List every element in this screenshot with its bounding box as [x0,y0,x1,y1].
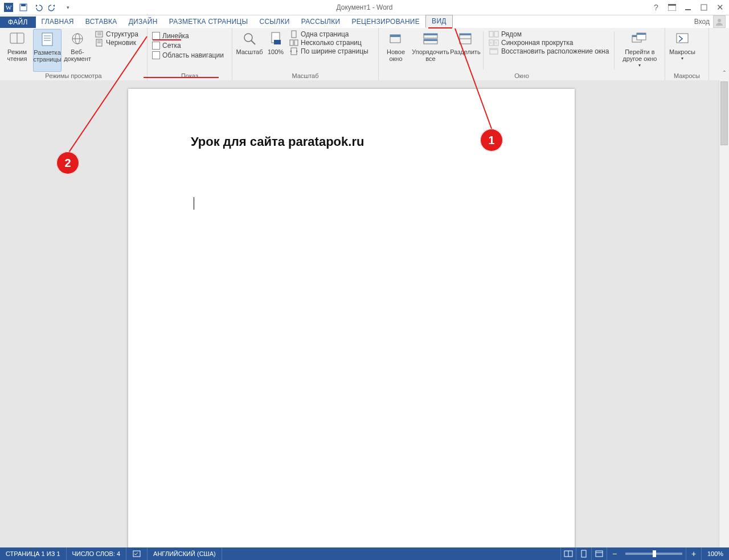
document-area: Урок для сайта paratapok.ru 1 2 [0,80,729,547]
checkbox-icon [152,51,160,59]
view-read-icon[interactable] [560,547,576,560]
print-layout-button[interactable]: Разметка страницы [33,29,62,72]
checkbox-icon [152,42,160,50]
proofing-icon [132,550,141,558]
multi-page-button[interactable]: Несколько страниц [288,39,370,47]
annotation-underline-group [144,77,219,78]
group-show-label: Показ [151,72,228,80]
group-zoom-label: Масштаб [236,72,375,80]
group-window: Новое окно Упорядочить все Разделить Ряд… [379,28,665,80]
zoom-button[interactable]: Масштаб [236,29,263,72]
status-proofing[interactable] [126,547,148,560]
qat-dropdown-icon[interactable]: ▾ [62,1,74,14]
tab-layout[interactable]: РАЗМЕТКА СТРАНИЦЫ [163,16,254,28]
avatar-icon [713,15,726,28]
view-web-icon[interactable] [591,547,607,560]
zoom-slider[interactable] [625,553,682,555]
vertical-scrollbar[interactable] [719,80,729,547]
group-views: Режим чтения Разметка страницы Веб-докум… [0,28,148,80]
page[interactable]: Урок для сайта paratapok.ru [128,89,575,560]
minimize-icon[interactable] [682,2,694,13]
close-icon[interactable]: ✕ [714,2,726,13]
title-bar: W ▾ Документ1 - Word ? ✕ [0,0,729,15]
status-words[interactable]: ЧИСЛО СЛОВ: 4 [67,547,127,560]
page-100-icon [267,30,284,47]
undo-icon[interactable] [32,1,44,14]
status-language[interactable]: АНГЛИЙСКИЙ (США) [148,547,222,560]
ribbon-display-icon[interactable] [666,2,678,13]
svg-rect-29 [290,40,293,46]
web-layout-button[interactable]: Веб-документ [64,29,91,72]
svg-line-25 [251,40,255,44]
one-page-button[interactable]: Одна страница [288,30,370,38]
collapse-ribbon-icon[interactable]: ˆ [723,70,726,78]
redo-icon[interactable] [47,1,59,14]
svg-rect-39 [460,34,471,35]
page-width-button[interactable]: По ширине страницы [288,47,370,55]
tab-insert[interactable]: ВСТАВКА [80,16,123,28]
tab-mailings[interactable]: РАССЫЛКИ [296,16,346,28]
text-caret [194,197,194,210]
annotation-underline-tab [428,27,452,28]
svg-rect-42 [494,31,498,37]
svg-rect-6 [685,9,691,10]
svg-rect-55 [581,550,586,557]
side-by-side-button: Рядом [488,30,610,38]
window-side-options: Рядом Синхронная прокрутка Восстановить … [488,29,610,72]
svg-rect-35 [424,34,437,35]
word-icon: W [2,1,15,14]
sync-scroll-button: Синхронная прокрутка [488,39,610,47]
draft-button[interactable]: Черновик [93,39,140,47]
group-show: Линейка Сетка Область навигации Показ [148,28,232,80]
svg-point-8 [718,19,721,22]
chevron-down-icon: ▾ [681,56,683,62]
zoom-slider-knob[interactable] [653,550,656,557]
read-mode-button[interactable]: Режим чтения [3,29,31,72]
view-print-icon[interactable] [576,547,591,560]
switch-window-button[interactable]: Перейти в другое окно ▾ [619,29,661,72]
zoom-out-button[interactable]: − [607,547,622,560]
login-label: Вход [694,18,710,26]
views-extra: Структура Черновик [93,29,140,72]
read-mode-icon [9,30,26,47]
svg-rect-3 [21,4,26,6]
zoom-in-button[interactable]: + [686,547,701,560]
tab-references[interactable]: ССЫЛКИ [253,16,295,28]
svg-text:W: W [6,4,12,11]
zoom-level[interactable]: 100% [701,547,729,560]
svg-rect-30 [294,40,298,46]
tab-view[interactable]: ВИД [425,15,453,28]
maximize-icon[interactable] [698,2,710,13]
ribbon-tabs: ФАЙЛ ГЛАВНАЯ ВСТАВКА ДИЗАЙН РАЗМЕТКА СТР… [0,15,729,28]
tab-home[interactable]: ГЛАВНАЯ [36,16,80,28]
account-area[interactable]: Вход [694,15,729,28]
macros-button[interactable]: Макросы ▾ [669,29,696,72]
annotation-callout-1: 1 [480,129,503,152]
outline-button[interactable]: Структура [93,30,140,38]
status-page[interactable]: СТРАНИЦА 1 ИЗ 1 [0,547,67,560]
print-layout-icon [39,31,56,48]
chevron-down-icon: ▾ [638,63,641,68]
help-icon[interactable]: ? [650,2,662,13]
new-window-button[interactable]: Новое окно [382,29,409,72]
navpane-checkbox[interactable]: Область навигации [151,51,225,60]
tab-file[interactable]: ФАЙЛ [0,17,36,28]
tab-review[interactable]: РЕЦЕНЗИРОВАНИЕ [346,16,425,28]
svg-rect-33 [390,35,400,37]
scrollbar-thumb[interactable] [720,81,728,145]
tab-design[interactable]: ДИЗАЙН [123,16,163,28]
svg-rect-7 [701,5,707,10]
split-button[interactable]: Разделить [452,29,479,72]
new-window-icon [387,30,404,47]
grid-checkbox[interactable]: Сетка [151,41,225,50]
svg-rect-51 [677,34,688,43]
svg-point-24 [244,34,252,42]
svg-rect-46 [490,48,498,50]
arrange-all-button[interactable]: Упорядочить все [412,29,449,72]
zoom-100-button[interactable]: 100% [265,29,286,72]
save-icon[interactable] [17,1,30,14]
annotation-underline-ruler [153,39,181,40]
svg-rect-41 [489,31,493,37]
zoom-options: Одна страница Несколько страниц По ширин… [288,29,370,72]
svg-rect-50 [637,33,646,35]
